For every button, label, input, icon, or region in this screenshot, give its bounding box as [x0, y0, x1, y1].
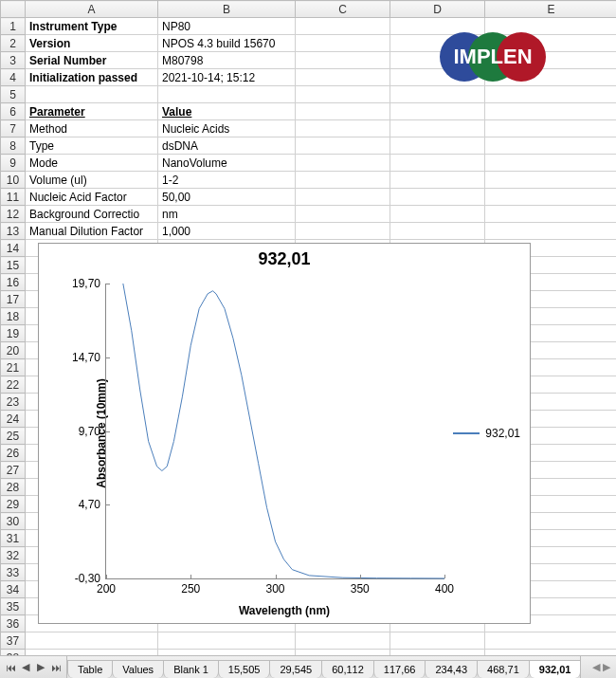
row-header-11[interactable]: 11 [1, 189, 26, 206]
row-header-34[interactable]: 34 [1, 581, 26, 598]
tab-nav-last-icon[interactable]: ⏭ [49, 661, 63, 674]
cell[interactable]: dsDNA [158, 137, 296, 155]
row-header-5[interactable]: 5 [1, 86, 26, 103]
row-header-13[interactable]: 13 [1, 223, 26, 240]
tab-nav-next-icon[interactable]: ▶ [34, 661, 47, 674]
row-header-10[interactable]: 10 [1, 172, 26, 189]
cell[interactable]: Nucleic Acids [158, 120, 296, 137]
row-header-26[interactable]: 26 [1, 445, 26, 462]
row-header-1[interactable]: 1 [1, 18, 26, 35]
row-header-32[interactable]: 32 [1, 547, 26, 564]
row-header-29[interactable]: 29 [1, 496, 26, 513]
cell[interactable] [296, 52, 390, 69]
cell[interactable] [296, 18, 390, 35]
cell[interactable]: NP80 [158, 18, 296, 35]
row-header-22[interactable]: 22 [1, 376, 26, 394]
row-header-17[interactable]: 17 [1, 291, 26, 308]
row-header-12[interactable]: 12 [1, 206, 26, 223]
cell[interactable]: NanoVolume [158, 155, 296, 172]
sheet-tab[interactable]: 468,71 [477, 660, 530, 678]
cell[interactable] [296, 155, 390, 172]
cell[interactable]: 1-2 [158, 172, 296, 189]
cell[interactable]: 1,000 [158, 223, 296, 240]
cell[interactable] [485, 189, 617, 206]
cell[interactable]: Type [26, 137, 158, 155]
cell[interactable] [485, 206, 617, 223]
sheet-tab[interactable]: 117,66 [373, 660, 426, 678]
cell[interactable] [296, 69, 390, 86]
cell[interactable] [485, 155, 617, 172]
cell[interactable]: Parameter [26, 103, 158, 120]
cell[interactable] [296, 120, 390, 137]
cell[interactable] [390, 137, 485, 155]
cell[interactable] [296, 632, 390, 650]
cell[interactable] [296, 172, 390, 189]
sheet-tab[interactable]: 29,545 [269, 660, 322, 678]
row-header-35[interactable]: 35 [1, 598, 26, 615]
row-header-14[interactable]: 14 [1, 240, 26, 257]
cell[interactable]: NPOS 4.3 build 15670 [158, 35, 296, 52]
cell[interactable] [485, 103, 617, 120]
cell[interactable]: Volume (ul) [26, 172, 158, 189]
row-header-31[interactable]: 31 [1, 530, 26, 547]
row-header-36[interactable]: 36 [1, 615, 26, 632]
sheet-tab[interactable]: 15,505 [218, 660, 271, 678]
sheet-tab[interactable]: 932,01 [529, 660, 581, 678]
cell[interactable] [390, 189, 485, 206]
cell[interactable] [158, 86, 296, 103]
sheet-tab[interactable]: Table [67, 660, 113, 678]
cell[interactable] [485, 120, 617, 137]
row-header-33[interactable]: 33 [1, 564, 26, 581]
tab-bar-scroll-area[interactable]: ◀ ▶ [580, 656, 616, 678]
cell[interactable]: Value [158, 103, 296, 120]
tab-nav-prev-icon[interactable]: ◀ [19, 661, 32, 674]
row-header-8[interactable]: 8 [1, 137, 26, 155]
tab-nav-first-icon[interactable]: ⏮ [4, 661, 17, 674]
cell[interactable] [485, 223, 617, 240]
cell[interactable] [390, 155, 485, 172]
cell[interactable] [26, 632, 158, 650]
cell[interactable] [296, 206, 390, 223]
cell[interactable] [390, 632, 485, 650]
embedded-chart[interactable]: 932,01 Absorbance (10mm) Wavelength (nm)… [38, 243, 531, 624]
cell[interactable] [485, 86, 617, 103]
cell[interactable] [390, 103, 485, 120]
cell[interactable]: Manual Dilution Factor [26, 223, 158, 240]
row-header-30[interactable]: 30 [1, 513, 26, 530]
row-header-21[interactable]: 21 [1, 359, 26, 376]
column-header-E[interactable]: E [485, 1, 617, 18]
cell[interactable]: Initialization passed [26, 69, 158, 86]
cell[interactable] [296, 137, 390, 155]
cell[interactable]: Instrument Type [26, 18, 158, 35]
row-header-4[interactable]: 4 [1, 69, 26, 86]
row-header-7[interactable]: 7 [1, 120, 26, 137]
cell[interactable]: 50,00 [158, 189, 296, 206]
cell[interactable]: Version [26, 35, 158, 52]
row-header-3[interactable]: 3 [1, 52, 26, 69]
cell[interactable] [485, 172, 617, 189]
cell[interactable] [390, 86, 485, 103]
row-header-25[interactable]: 25 [1, 428, 26, 445]
row-header-23[interactable]: 23 [1, 394, 26, 411]
row-header-19[interactable]: 19 [1, 325, 26, 342]
row-header-37[interactable]: 37 [1, 632, 26, 650]
column-header-D[interactable]: D [390, 1, 485, 18]
cell[interactable] [158, 632, 296, 650]
cell[interactable] [390, 172, 485, 189]
column-header-B[interactable]: B [158, 1, 296, 18]
cell[interactable] [26, 86, 158, 103]
cell[interactable]: Mode [26, 155, 158, 172]
column-header-C[interactable]: C [296, 1, 390, 18]
row-header-20[interactable]: 20 [1, 342, 26, 359]
cell[interactable] [390, 120, 485, 137]
cell[interactable] [296, 86, 390, 103]
cell[interactable]: M80798 [158, 52, 296, 69]
row-header-16[interactable]: 16 [1, 274, 26, 291]
cell[interactable] [390, 223, 485, 240]
cell[interactable]: Nucleic Acid Factor [26, 189, 158, 206]
row-header-2[interactable]: 2 [1, 35, 26, 52]
cell[interactable] [296, 35, 390, 52]
sheet-tab[interactable]: 234,43 [425, 660, 478, 678]
sheet-tab[interactable]: Blank 1 [163, 660, 219, 678]
row-header-24[interactable]: 24 [1, 411, 26, 428]
